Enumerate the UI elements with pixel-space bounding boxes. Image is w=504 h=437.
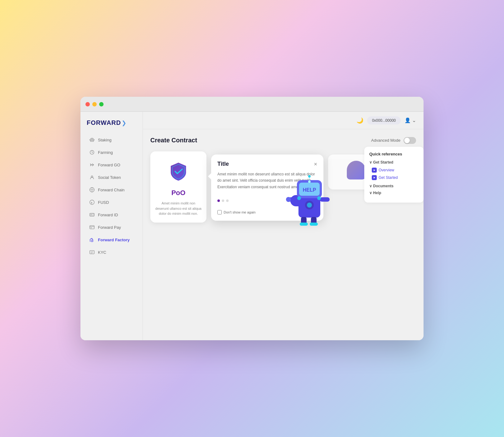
sidebar-item-forward-pay[interactable]: Forward Pay — [83, 221, 140, 233]
qr-get-started-label: Get Started — [373, 160, 393, 164]
dont-show-label: Don't show me again — [224, 210, 255, 214]
qr-chevron-down: ∨ — [369, 160, 373, 164]
topbar: 🌙 0x000...00000 👤 ⌄ — [143, 112, 424, 129]
qr-help-chevron: ∨ — [369, 191, 373, 195]
sidebar-item-forward-id[interactable]: Forward ID — [83, 209, 140, 221]
page-header: Create Contract Advanced Mode — [150, 137, 416, 144]
social-token-label: Social Token — [98, 175, 121, 180]
quick-refs-title: Quick references — [369, 152, 419, 156]
user-button[interactable]: 👤 ⌄ — [405, 117, 416, 123]
qr-docs-chevron: ∨ — [369, 184, 373, 188]
qr-documents-label: Documents — [373, 184, 393, 188]
qr-get-started-play-icon — [372, 175, 377, 180]
kyc-label: KYC — [98, 250, 106, 255]
social-token-icon — [89, 174, 95, 180]
forward-factory-label: Forward Factory — [98, 238, 130, 242]
qr-documents-header[interactable]: ∨ Documents — [369, 184, 419, 188]
svg-rect-11 — [91, 228, 92, 228]
qr-get-started-sub-label: Get Started — [379, 175, 398, 180]
modal-header: Title × — [217, 161, 317, 167]
modal-close-button[interactable]: × — [314, 161, 317, 167]
sidebar-item-farming[interactable]: Farming — [83, 146, 140, 158]
forward-chain-label: Forward Chain — [98, 188, 124, 192]
sidebar-item-fusd[interactable]: $ FUSD — [83, 196, 140, 208]
fusd-label: FUSD — [98, 200, 109, 205]
main-content: 🌙 0x000...00000 👤 ⌄ Create Contract Adva… — [143, 112, 424, 340]
card-description: Amet minim mollit non deserunt ullamco e… — [155, 201, 201, 216]
sidebar-item-social-token[interactable]: Social Token — [83, 171, 140, 183]
svg-rect-1 — [90, 140, 94, 142]
pagination-dots — [217, 199, 229, 202]
farming-label: Farming — [98, 150, 113, 155]
svg-rect-8 — [90, 214, 94, 216]
traffic-light-yellow[interactable] — [92, 102, 97, 106]
traffic-light-red[interactable] — [85, 102, 90, 106]
dot-1 — [217, 199, 220, 202]
moon-button[interactable]: 🌙 — [356, 117, 363, 124]
sidebar-item-forward-go[interactable]: Forward GO — [83, 159, 140, 171]
contract-card-poo[interactable]: PoO Amet minim mollit non deserunt ullam… — [150, 151, 206, 223]
advanced-mode-label: Advanced Mode — [371, 138, 400, 143]
forward-go-icon — [89, 162, 95, 168]
forward-chain-icon — [89, 187, 95, 193]
qr-overview-label: Overview — [379, 168, 394, 172]
kyc-icon — [89, 249, 95, 255]
svg-point-30 — [297, 196, 301, 200]
advanced-mode-toggle[interactable] — [404, 137, 416, 144]
app-layout: FORWARD ❯ Staking Farming — [80, 112, 424, 340]
dont-show-checkbox[interactable] — [217, 210, 222, 214]
sidebar-item-forward-factory[interactable]: Forward Factory — [83, 234, 140, 246]
qr-overview-play-icon — [372, 168, 377, 173]
qr-get-started-header[interactable]: ∨ Get Started — [369, 160, 419, 164]
card-icon — [166, 159, 191, 184]
logo-arrow: ❯ — [122, 120, 126, 126]
svg-rect-22 — [320, 197, 330, 202]
svg-rect-27 — [310, 223, 318, 226]
user-chevron: ⌄ — [412, 117, 416, 123]
tooltip-modal: Title × Amet minim mollit non deserunt u… — [211, 155, 323, 221]
staking-icon — [89, 137, 95, 143]
qr-section-get-started: ∨ Get Started Overview Get Started — [369, 160, 419, 181]
advanced-mode-section: Advanced Mode — [371, 137, 416, 144]
robot-svg: HELP — [283, 171, 333, 227]
browser-window: FORWARD ❯ Staking Farming — [80, 97, 424, 340]
svg-rect-12 — [91, 240, 93, 242]
page-title: Create Contract — [150, 137, 197, 144]
forward-factory-icon — [89, 237, 95, 243]
sidebar: FORWARD ❯ Staking Farming — [80, 112, 143, 340]
forward-id-label: Forward ID — [98, 213, 118, 217]
svg-rect-13 — [90, 251, 94, 254]
robot-illustration: HELP — [283, 171, 333, 227]
svg-point-9 — [91, 214, 92, 215]
modal-title: Title — [217, 161, 229, 167]
card-title: PoO — [171, 189, 185, 197]
forward-id-icon — [89, 212, 95, 218]
svg-rect-10 — [90, 226, 94, 229]
traffic-light-green[interactable] — [99, 102, 104, 106]
qr-overview-item[interactable]: Overview — [369, 166, 419, 174]
traffic-lights — [85, 102, 104, 106]
card2-icon — [347, 161, 366, 179]
svg-text:HELP: HELP — [303, 187, 316, 193]
svg-point-23 — [286, 197, 291, 202]
svg-text:$: $ — [91, 201, 92, 204]
browser-titlebar — [80, 97, 424, 112]
farming-icon — [89, 150, 95, 155]
qr-help-header[interactable]: ∨ Help — [369, 191, 419, 195]
svg-point-20 — [308, 175, 311, 178]
svg-rect-26 — [300, 223, 308, 226]
qr-help-label: Help — [373, 191, 381, 195]
forward-go-label: Forward GO — [98, 163, 120, 167]
qr-get-started-item[interactable]: Get Started — [369, 174, 419, 181]
svg-point-29 — [307, 203, 312, 208]
wallet-button[interactable]: 0x000...00000 — [367, 116, 401, 125]
user-icon: 👤 — [405, 117, 411, 123]
logo-text: FORWARD — [87, 119, 121, 126]
sidebar-item-forward-chain[interactable]: Forward Chain — [83, 184, 140, 196]
sidebar-item-staking[interactable]: Staking — [83, 134, 140, 146]
logo[interactable]: FORWARD ❯ — [80, 119, 143, 134]
svg-point-31 — [317, 196, 321, 200]
staking-label: Staking — [98, 138, 111, 142]
sidebar-item-kyc[interactable]: KYC — [83, 246, 140, 258]
dot-2 — [222, 199, 224, 202]
